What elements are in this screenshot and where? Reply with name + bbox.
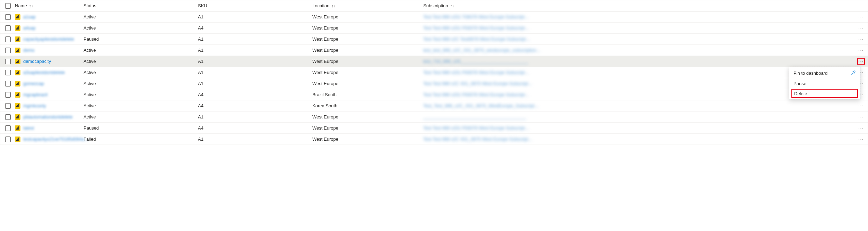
row-actions-cell: ··· — [856, 103, 866, 109]
resource-name-link[interactable]: mgmkconly — [23, 103, 46, 108]
row-actions-button[interactable]: ··· — [858, 125, 864, 131]
row-actions-button[interactable]: ··· — [858, 114, 864, 120]
row-actions-cell: ··· — [856, 137, 866, 142]
subscription-text: test_test_MM_x2C_X01_0670_westeurope_sub… — [423, 48, 541, 53]
column-header-subscription[interactable]: Subscription ↑↓ — [423, 3, 856, 8]
column-header-name[interactable]: Name ↑↓ — [14, 3, 84, 8]
row-location-cell: West Europe — [312, 125, 423, 131]
table-row[interactable]: mgcapbrazilActiveA4Brazil SouthTest Test… — [0, 89, 868, 100]
row-status-cell: Active — [84, 14, 198, 19]
table-row[interactable]: latestPausedA4West EuropeTest Test MM x2… — [0, 123, 868, 134]
resource-name-link[interactable]: capacityapitestdontdelete — [23, 36, 74, 42]
row-subscription-cell: ________________________________________… — [423, 114, 856, 119]
table-row[interactable]: capacityapitestdontdeletePausedA1West Eu… — [0, 34, 868, 45]
row-actions-cell: ··· — [856, 25, 866, 31]
row-sku-cell: A1 — [198, 137, 312, 142]
resource-name-link[interactable]: a3sapitestdontdelete — [23, 70, 65, 75]
row-actions-button[interactable]: ··· — [858, 48, 864, 53]
row-checkbox[interactable] — [5, 48, 11, 53]
sort-icon: ↑↓ — [331, 3, 336, 8]
table-row[interactable]: testcapacitys21xe70185d084a…FailedA1West… — [0, 134, 868, 145]
table-row[interactable]: gomezcapActiveA1West EuropeTest Test MM … — [0, 78, 868, 89]
subscription-text: Test Test MM x201 P00078 West Europe Sub… — [423, 25, 529, 31]
row-sku-cell: A1 — [198, 70, 312, 75]
resource-name-link[interactable]: latest — [23, 125, 34, 131]
row-checkbox[interactable] — [5, 92, 11, 98]
row-checkbox[interactable] — [5, 70, 11, 75]
row-checkbox[interactable] — [5, 14, 11, 20]
row-checkbox-cell — [2, 36, 14, 42]
table-row[interactable]: demoActiveA1West Europetest_test_MM_x2C_… — [0, 45, 868, 56]
row-actions-cell: ··· — [856, 114, 866, 120]
column-header-sku[interactable]: SKU — [198, 3, 312, 8]
select-all-checkbox[interactable] — [5, 3, 11, 9]
row-actions-cell: ··· — [856, 14, 866, 20]
row-sku-cell: A1 — [198, 114, 312, 119]
row-sku-cell: A1 — [198, 48, 312, 53]
row-subscription-cell: Test Test MM x201 T06079 West Europe Sub… — [423, 14, 856, 19]
sort-icon: ↑↓ — [450, 3, 454, 8]
row-name-cell: a1sap — [14, 14, 84, 20]
row-name-cell: testcapacitys21xe70185d084a… — [14, 137, 84, 142]
row-name-cell: capacityapitestdontdelete — [14, 36, 84, 42]
row-actions-button[interactable]: ··· — [858, 36, 864, 42]
row-status-cell: Paused — [84, 125, 198, 131]
row-checkbox[interactable] — [5, 25, 11, 31]
powerbi-resource-icon — [15, 92, 20, 98]
resource-name-link[interactable]: mgcapbrazil — [23, 92, 47, 97]
row-actions-button[interactable]: ··· — [858, 59, 865, 64]
row-status-cell: Active — [84, 92, 198, 97]
row-checkbox[interactable] — [5, 114, 11, 120]
subscription-text: Test Test MM x201 P00078 West Europe Sub… — [423, 70, 529, 75]
row-actions-button[interactable]: ··· — [858, 103, 864, 109]
row-actions-button[interactable]: ··· — [858, 137, 864, 142]
powerbi-resource-icon — [15, 137, 20, 142]
row-location-cell: West Europe — [312, 25, 423, 31]
table-row[interactable]: a1sapActiveA1West EuropeTest Test MM x20… — [0, 11, 868, 23]
row-location-cell: Brazil South — [312, 92, 423, 97]
row-checkbox[interactable] — [5, 81, 11, 86]
row-name-cell: a4sap — [14, 25, 84, 31]
resource-name-link[interactable]: demo — [23, 48, 35, 53]
resource-name-link[interactable]: gomezcap — [23, 81, 44, 86]
row-name-cell: latest — [14, 125, 84, 131]
table-row[interactable]: democapacityActiveA1West Europetest_710_… — [0, 56, 868, 67]
context-menu-delete[interactable]: Delete — [791, 89, 858, 98]
column-header-location[interactable]: Location ↑↓ — [312, 3, 423, 8]
powerbi-resource-icon — [15, 25, 20, 31]
row-actions-button[interactable]: ··· — [858, 25, 864, 31]
row-name-cell: democapacity — [14, 59, 84, 64]
row-sku-cell: A4 — [198, 92, 312, 97]
row-sku-cell: A1 — [198, 14, 312, 19]
row-checkbox-cell — [2, 59, 14, 64]
row-checkbox[interactable] — [5, 103, 11, 109]
row-checkbox[interactable] — [5, 36, 11, 42]
context-menu-pause[interactable]: Pause — [789, 78, 860, 89]
row-actions-button[interactable]: ··· — [858, 14, 864, 20]
context-menu-pause-label: Pause — [793, 81, 806, 86]
row-checkbox[interactable] — [5, 59, 11, 64]
table-row[interactable]: mgmkconlyActiveA4Korea SouthTest_Test_MM… — [0, 100, 868, 112]
column-header-status[interactable]: Status — [84, 3, 198, 8]
powerbi-resource-icon — [15, 36, 20, 42]
resource-name-link[interactable]: a4sap — [23, 25, 35, 31]
context-menu-pin[interactable]: Pin to dashboard — [789, 68, 860, 78]
row-checkbox[interactable] — [5, 137, 11, 142]
row-status-cell: Active — [84, 48, 198, 53]
resource-name-link[interactable]: testcapacitys21xe70185d084a… — [23, 137, 89, 142]
row-subscription-cell: Test Test MM x2C Test0678 West Europe Su… — [423, 36, 856, 42]
table-row[interactable]: pbiautomationdontdeleteActiveA1West Euro… — [0, 112, 868, 123]
row-sku-cell: A4 — [198, 25, 312, 31]
column-header-name-label: Name — [15, 3, 27, 8]
subscription-text: test_710_MM_x20_________________________… — [423, 59, 528, 64]
row-location-cell: West Europe — [312, 59, 423, 64]
row-checkbox-cell — [2, 114, 14, 120]
row-checkbox[interactable] — [5, 125, 11, 131]
resource-name-link[interactable]: democapacity — [23, 59, 51, 64]
resource-name-link[interactable]: a1sap — [23, 14, 35, 19]
resource-name-link[interactable]: pbiautomationdontdelete — [23, 114, 72, 119]
row-actions-cell: ··· — [856, 125, 866, 131]
table-row[interactable]: a4sapActiveA4West EuropeTest Test MM x20… — [0, 23, 868, 34]
table-row[interactable]: a3sapitestdontdeleteActiveA1West EuropeT… — [0, 67, 868, 78]
powerbi-resource-icon — [15, 81, 20, 86]
